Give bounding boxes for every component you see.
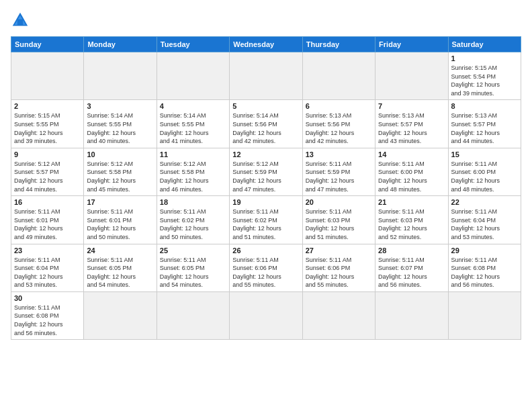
day-info: Sunrise: 5:15 AM Sunset: 5:54 PM Dayligh… — [451, 64, 518, 97]
day-info: Sunrise: 5:12 AM Sunset: 5:58 PM Dayligh… — [160, 160, 226, 193]
calendar-cell — [84, 291, 157, 339]
day-info: Sunrise: 5:11 AM Sunset: 6:07 PM Dayligh… — [378, 256, 445, 289]
day-number: 15 — [451, 150, 518, 158]
calendar-cell — [302, 291, 375, 339]
calendar-cell: 20Sunrise: 5:11 AM Sunset: 6:03 PM Dayli… — [302, 196, 375, 244]
day-info: Sunrise: 5:11 AM Sunset: 6:05 PM Dayligh… — [160, 256, 226, 289]
calendar-week-row: 9Sunrise: 5:12 AM Sunset: 5:57 PM Daylig… — [11, 148, 521, 195]
calendar-cell — [302, 52, 375, 100]
day-info: Sunrise: 5:11 AM Sunset: 6:06 PM Dayligh… — [306, 256, 372, 289]
calendar-cell: 1Sunrise: 5:15 AM Sunset: 5:54 PM Daylig… — [448, 52, 521, 100]
day-info: Sunrise: 5:11 AM Sunset: 6:04 PM Dayligh… — [14, 256, 81, 289]
day-info: Sunrise: 5:11 AM Sunset: 6:08 PM Dayligh… — [451, 256, 518, 289]
logo — [11, 11, 32, 30]
day-info: Sunrise: 5:11 AM Sunset: 6:01 PM Dayligh… — [87, 208, 153, 241]
calendar-cell: 16Sunrise: 5:11 AM Sunset: 6:01 PM Dayli… — [11, 196, 84, 244]
day-info: Sunrise: 5:13 AM Sunset: 5:57 PM Dayligh… — [451, 111, 518, 145]
calendar-week-row: 1Sunrise: 5:15 AM Sunset: 5:54 PM Daylig… — [11, 52, 521, 100]
day-number: 14 — [378, 150, 445, 158]
weekday-header: Sunday — [11, 37, 84, 52]
calendar-body: 1Sunrise: 5:15 AM Sunset: 5:54 PM Daylig… — [11, 52, 521, 340]
calendar-cell: 15Sunrise: 5:11 AM Sunset: 6:00 PM Dayli… — [448, 148, 521, 195]
day-info: Sunrise: 5:14 AM Sunset: 5:55 PM Dayligh… — [160, 111, 226, 145]
day-info: Sunrise: 5:11 AM Sunset: 6:01 PM Dayligh… — [14, 208, 81, 241]
day-info: Sunrise: 5:13 AM Sunset: 5:57 PM Dayligh… — [378, 111, 445, 145]
calendar-week-row: 16Sunrise: 5:11 AM Sunset: 6:01 PM Dayli… — [11, 196, 521, 244]
day-number: 27 — [306, 246, 372, 255]
day-number: 26 — [232, 246, 299, 255]
calendar-cell: 12Sunrise: 5:12 AM Sunset: 5:59 PM Dayli… — [230, 148, 302, 195]
logo-icon — [11, 11, 30, 30]
page: SundayMondayTuesdayWednesdayThursdayFrid… — [0, 0, 532, 411]
day-number: 18 — [160, 198, 226, 206]
weekday-header: Saturday — [448, 37, 521, 52]
calendar-cell — [230, 291, 302, 339]
calendar-cell — [157, 52, 229, 100]
calendar-cell: 21Sunrise: 5:11 AM Sunset: 6:03 PM Dayli… — [375, 196, 448, 244]
calendar-cell: 23Sunrise: 5:11 AM Sunset: 6:04 PM Dayli… — [11, 244, 84, 291]
calendar-cell: 19Sunrise: 5:11 AM Sunset: 6:02 PM Dayli… — [230, 196, 302, 244]
day-number: 23 — [14, 246, 81, 255]
calendar-cell: 6Sunrise: 5:13 AM Sunset: 5:56 PM Daylig… — [302, 100, 375, 148]
calendar-cell: 11Sunrise: 5:12 AM Sunset: 5:58 PM Dayli… — [157, 148, 229, 195]
day-info: Sunrise: 5:12 AM Sunset: 5:57 PM Dayligh… — [14, 160, 81, 193]
day-number: 28 — [378, 246, 445, 255]
calendar-cell — [157, 291, 229, 339]
day-info: Sunrise: 5:11 AM Sunset: 6:03 PM Dayligh… — [378, 208, 445, 241]
day-info: Sunrise: 5:11 AM Sunset: 6:00 PM Dayligh… — [451, 160, 518, 193]
day-number: 17 — [87, 198, 153, 206]
calendar-cell: 17Sunrise: 5:11 AM Sunset: 6:01 PM Dayli… — [84, 196, 157, 244]
day-number: 21 — [378, 198, 445, 206]
day-number: 12 — [232, 150, 299, 158]
calendar-cell: 4Sunrise: 5:14 AM Sunset: 5:55 PM Daylig… — [157, 100, 229, 148]
weekday-header: Thursday — [302, 37, 375, 52]
weekday-header: Wednesday — [230, 37, 302, 52]
day-info: Sunrise: 5:11 AM Sunset: 6:02 PM Dayligh… — [160, 208, 226, 241]
day-number: 13 — [306, 150, 372, 158]
calendar-cell: 26Sunrise: 5:11 AM Sunset: 6:06 PM Dayli… — [230, 244, 302, 291]
calendar-cell — [375, 291, 448, 339]
day-number: 6 — [306, 102, 372, 110]
calendar-cell — [375, 52, 448, 100]
day-info: Sunrise: 5:11 AM Sunset: 6:08 PM Dayligh… — [14, 304, 81, 337]
day-number: 19 — [232, 198, 299, 206]
calendar-cell: 8Sunrise: 5:13 AM Sunset: 5:57 PM Daylig… — [448, 100, 521, 148]
calendar-cell: 14Sunrise: 5:11 AM Sunset: 6:00 PM Dayli… — [375, 148, 448, 195]
calendar-cell: 9Sunrise: 5:12 AM Sunset: 5:57 PM Daylig… — [11, 148, 84, 195]
calendar-cell: 25Sunrise: 5:11 AM Sunset: 6:05 PM Dayli… — [157, 244, 229, 291]
day-number: 8 — [451, 102, 518, 110]
calendar-cell: 30Sunrise: 5:11 AM Sunset: 6:08 PM Dayli… — [11, 291, 84, 339]
calendar-cell: 3Sunrise: 5:14 AM Sunset: 5:55 PM Daylig… — [84, 100, 157, 148]
calendar-cell: 24Sunrise: 5:11 AM Sunset: 6:05 PM Dayli… — [84, 244, 157, 291]
calendar-cell — [230, 52, 302, 100]
calendar-cell: 2Sunrise: 5:15 AM Sunset: 5:55 PM Daylig… — [11, 100, 84, 148]
day-info: Sunrise: 5:11 AM Sunset: 6:02 PM Dayligh… — [232, 208, 299, 241]
day-info: Sunrise: 5:14 AM Sunset: 5:55 PM Dayligh… — [87, 111, 153, 145]
calendar-cell: 29Sunrise: 5:11 AM Sunset: 6:08 PM Dayli… — [448, 244, 521, 291]
day-info: Sunrise: 5:12 AM Sunset: 5:58 PM Dayligh… — [87, 160, 153, 193]
calendar-cell: 18Sunrise: 5:11 AM Sunset: 6:02 PM Dayli… — [157, 196, 229, 244]
weekday-header: Tuesday — [157, 37, 229, 52]
day-number: 2 — [14, 102, 81, 110]
day-number: 30 — [14, 294, 81, 302]
day-number: 7 — [378, 102, 445, 110]
day-number: 5 — [232, 102, 299, 110]
calendar-week-row: 2Sunrise: 5:15 AM Sunset: 5:55 PM Daylig… — [11, 100, 521, 148]
day-info: Sunrise: 5:11 AM Sunset: 6:00 PM Dayligh… — [378, 160, 445, 193]
day-number: 24 — [87, 246, 153, 255]
day-number: 4 — [160, 102, 226, 110]
calendar-table: SundayMondayTuesdayWednesdayThursdayFrid… — [11, 36, 521, 340]
day-number: 25 — [160, 246, 226, 255]
header — [11, 11, 521, 30]
day-info: Sunrise: 5:11 AM Sunset: 6:06 PM Dayligh… — [232, 256, 299, 289]
day-number: 22 — [451, 198, 518, 206]
day-number: 20 — [306, 198, 372, 206]
day-number: 9 — [14, 150, 81, 158]
day-info: Sunrise: 5:11 AM Sunset: 6:04 PM Dayligh… — [451, 208, 518, 241]
calendar-cell: 5Sunrise: 5:14 AM Sunset: 5:56 PM Daylig… — [230, 100, 302, 148]
weekday-row: SundayMondayTuesdayWednesdayThursdayFrid… — [11, 37, 521, 52]
day-info: Sunrise: 5:14 AM Sunset: 5:56 PM Dayligh… — [232, 111, 299, 145]
calendar-cell: 7Sunrise: 5:13 AM Sunset: 5:57 PM Daylig… — [375, 100, 448, 148]
calendar-cell: 28Sunrise: 5:11 AM Sunset: 6:07 PM Dayli… — [375, 244, 448, 291]
day-number: 11 — [160, 150, 226, 158]
